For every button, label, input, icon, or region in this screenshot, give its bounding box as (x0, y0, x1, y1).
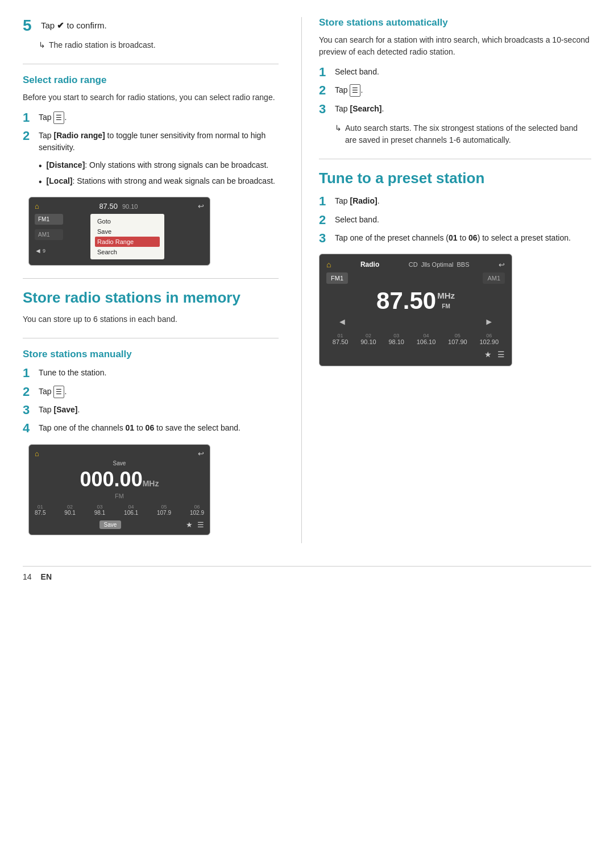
manually-step-4: 4 Tap one of the channels 01 to 06 to sa… (23, 421, 279, 436)
preset-num-1: 1 (319, 194, 335, 209)
divider-1 (23, 64, 279, 64)
save-btn[interactable]: Save (99, 520, 122, 529)
preset-text-2: Select band. (335, 213, 591, 226)
auto-num-1: 1 (319, 65, 335, 80)
manually-text-3: Tap [Save]. (39, 403, 279, 416)
page-language: EN (41, 572, 52, 581)
preset-text-3: Tap one of the preset channels (01 to 06… (335, 231, 591, 244)
auto-num-2: 2 (319, 83, 335, 98)
step5: 5 Tap ✔ to confirm. (23, 17, 279, 35)
large-preset-1: 01 87.50 (333, 333, 349, 345)
store-auto-steps: 1 Select band. 2 Tap ☰. 3 Tap [Search]. (319, 65, 591, 117)
menu-goto: Goto (95, 216, 160, 226)
large-preset-2: 02 90.10 (360, 333, 376, 345)
select-radio-range-section: Select radio range Before you start to s… (23, 75, 279, 266)
save-footer-icons: ★ ☰ (186, 520, 204, 529)
next-icon-large: ► (484, 317, 493, 327)
preset-step-2: 2 Select band. (319, 213, 591, 228)
save-freq-display: 000.00MHz (35, 468, 204, 491)
star-icon: ★ (186, 520, 193, 529)
bbs-label: BBS (457, 261, 469, 268)
auto-step-3: 3 Tap [Search]. (319, 102, 591, 117)
step5-num: 5 (23, 17, 41, 35)
auto-result-text: Auto search starts. The six strongest st… (345, 122, 591, 146)
save-preset-4: 04 106.1 (124, 504, 138, 516)
radio-range-ui-inner: ⌂ 87.50 90.10 ↩ FM1 AM1 ◄ (29, 197, 210, 265)
store-manually-steps: 1 Tune to the station. 2 Tap ☰. 3 Tap [S… (23, 366, 279, 436)
preset-ch-06: 06 (468, 233, 478, 242)
radio-large-footer: ★ ☰ (326, 350, 505, 359)
preset-step-1: 1 Tap [Radio]. (319, 194, 591, 209)
menu-icon-3: ☰ (350, 84, 360, 97)
select-radio-range-steps: 1 Tap ☰. 2 Tap [Radio range] to toggle t… (23, 110, 279, 154)
save-presets: 01 87.5 02 90.1 03 98.1 04 106.1 (35, 504, 204, 516)
save-freq-unit: MHz (143, 479, 159, 488)
bullet-local: [Local]: Stations with strong and weak s… (39, 175, 279, 189)
auto-text-3: Tap [Search]. (335, 102, 591, 115)
auto-step-1: 1 Select band. (319, 65, 591, 80)
back-icon-save: ↩ (198, 449, 204, 458)
band-fm1: FM1 (35, 214, 63, 225)
manually-step-3: 3 Tap [Save]. (23, 403, 279, 418)
options-menu: Goto Save Radio Range Search (90, 214, 164, 259)
radio-large-title: Radio (360, 261, 379, 268)
save-ui-label: Save (35, 460, 204, 466)
store-manually-section: Store stations manually 1 Tune to the st… (23, 349, 279, 535)
save-preset-1: 01 87.5 (35, 504, 45, 516)
save-preset-3: 03 98.1 (94, 504, 105, 516)
star-icon-large: ★ (484, 350, 492, 359)
preset-text-1: Tap [Radio]. (335, 194, 591, 207)
right-column: Store stations automatically You can sea… (301, 17, 591, 543)
preset-num-3: 3 (319, 231, 335, 246)
large-freq-band: FM (442, 303, 450, 309)
list-icon: ☰ (197, 520, 204, 529)
auto-search-result: ↳ Auto search starts. The six strongest … (335, 122, 591, 146)
bullet-distance-text: [Distance]: Only stations with strong si… (47, 159, 269, 171)
preset-ch-01: 01 (449, 233, 458, 242)
large-preset-4: 04 106.10 (417, 333, 436, 345)
step-2-select-range: 2 Tap [Radio range] to toggle tuner sens… (23, 129, 279, 154)
step-num-1: 1 (23, 110, 39, 125)
arrow-icon-2: ↳ (335, 122, 342, 134)
store-auto-title: Store stations automatically (319, 17, 591, 28)
band-am1: AM1 (35, 229, 63, 240)
preset-step-3: 3 Tap one of the preset channels (01 to … (319, 231, 591, 246)
save-footer: Save ★ ☰ (35, 520, 204, 529)
step5-result: ↳ The radio station is broadcast. (39, 39, 279, 51)
save-label: [Save] (53, 405, 77, 414)
radio-large-info: CD Jlls Optimal BBS (409, 261, 470, 268)
divider-2 (23, 278, 279, 279)
page-footer: 14 EN (23, 566, 591, 581)
list-icon-large: ☰ (497, 350, 505, 359)
home-icon-large: ⌂ (326, 260, 331, 269)
band-am1-large: AM1 (483, 272, 505, 284)
radio-large-freq-display: 87.50 MHzFM (326, 287, 505, 315)
manually-step-2: 2 Tap ☰. (23, 385, 279, 399)
store-radio-section: Store radio stations in memory You can s… (23, 289, 279, 325)
menu-icon-2: ☰ (53, 386, 64, 398)
radio-large-bands: FM1 AM1 (326, 272, 505, 284)
store-radio-title: Store radio stations in memory (23, 289, 279, 307)
page: 5 Tap ✔ to confirm. ↳ The radio station … (23, 17, 591, 543)
step-num-2: 2 (23, 129, 39, 143)
select-radio-range-title: Select radio range (23, 75, 279, 86)
radio-range-layout: FM1 AM1 ◄ 9 Goto Save Radio Range Search (35, 214, 204, 259)
radio-range-topbar: ⌂ 87.50 90.10 ↩ (35, 202, 204, 210)
step-2-text: Tap [Radio range] to toggle tuner sensit… (39, 129, 279, 154)
tune-preset-steps: 1 Tap [Radio]. 2 Select band. 3 Tap one … (319, 194, 591, 246)
menu-radio-range: Radio Range (95, 237, 160, 247)
store-radio-intro: You can store up to 6 stations in each b… (23, 313, 279, 325)
manually-text-1: Tune to the station. (39, 366, 279, 379)
optimal-label: Jlls Optimal (421, 261, 454, 268)
bullet-distance: [Distance]: Only stations with strong si… (39, 159, 279, 173)
menu-icon-1: ☰ (53, 111, 64, 124)
radio-range-label: [Radio range] (53, 131, 105, 140)
large-freq-unit: MHzFM (437, 291, 455, 315)
menu-save: Save (95, 226, 160, 237)
menu-search: Search (95, 247, 160, 257)
search-label: [Search] (350, 104, 381, 113)
checkmark: ✔ (57, 20, 64, 30)
step-dot: 9 (43, 248, 45, 254)
freq-disp-2: 90.10 (122, 203, 138, 210)
prev-icon: ◄ (35, 247, 42, 255)
